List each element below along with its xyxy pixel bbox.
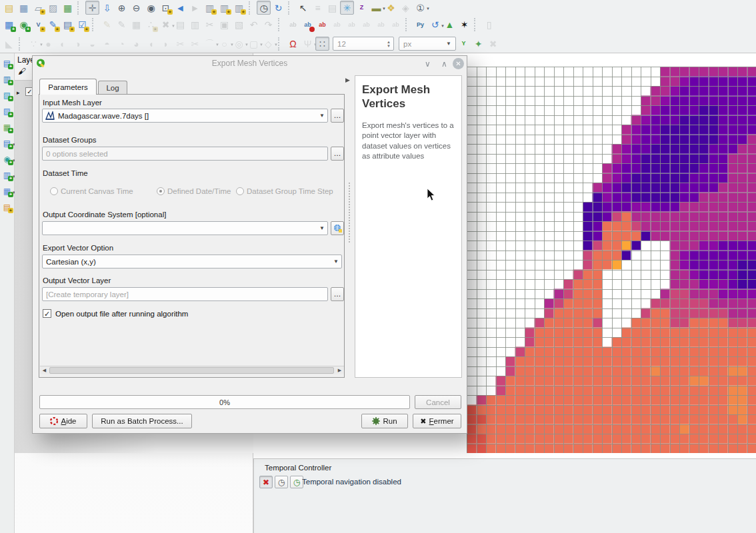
new-print-layout-icon[interactable]: ▱★ — [31, 1, 45, 15]
temporal-disabled-button[interactable]: ✖ — [259, 476, 273, 488]
radio-icon[interactable] — [236, 187, 244, 195]
add-wfs-layer-icon[interactable]: ▦+▼ — [1, 185, 13, 197]
dataset-groups-field[interactable]: 0 options selected — [42, 147, 328, 161]
style-brush-icon[interactable]: 🖌 — [18, 67, 26, 76]
panel-splitter[interactable] — [349, 183, 350, 243]
new-temporary-scratch-icon[interactable]: ✎★ — [46, 18, 60, 32]
layer-expander-icon[interactable]: ▸ — [17, 89, 20, 96]
add-mesh-layer-icon[interactable]: ▨+ — [1, 105, 13, 117]
add-spatialite-layer-icon[interactable]: ◉+▼ — [1, 153, 13, 165]
dialog-titlebar[interactable]: Export Mesh Vertices ∨ ∧ ✕ — [33, 56, 467, 71]
new-virtual-layer-icon[interactable]: V★ — [31, 18, 45, 32]
temporal-animated-button[interactable]: ◷ — [290, 476, 303, 488]
add-postgis-layer-icon[interactable]: ▤+▼ — [1, 137, 13, 149]
horizontal-scrollbar[interactable]: ◀ ▶ — [40, 366, 344, 374]
add-vector-layer-icon[interactable]: ▥+ — [1, 73, 13, 85]
temporal-controller-buttons: ✖◷◷ — [259, 476, 303, 488]
radio-icon[interactable] — [157, 187, 165, 195]
add-delimited-text-icon[interactable]: ▦+ — [1, 121, 13, 133]
new-shapefile-icon[interactable]: ▦+ — [2, 18, 16, 32]
new-geopackage-icon[interactable]: ◉+ — [17, 18, 31, 32]
run-button[interactable]: Run — [361, 414, 408, 428]
dataset-groups-browse-button[interactable]: … — [331, 147, 344, 161]
scrollbar-thumb[interactable] — [49, 367, 334, 374]
tab-parameters[interactable]: Parameters — [39, 79, 97, 95]
window-shade-icon[interactable]: ∨ — [425, 59, 431, 69]
temporal-fixed-range-button[interactable]: ◷ — [275, 476, 288, 488]
annotation-icon[interactable]: ①▼ — [413, 1, 427, 15]
parameters-panel: Input Mesh Layer Madagascar.wave.7days [… — [39, 94, 345, 378]
tracing-icon[interactable]: Y — [457, 37, 471, 51]
bug-report-icon[interactable]: ✶ — [457, 18, 471, 32]
open-output-checkbox-row[interactable]: ✓ Open output file after running algorit… — [43, 309, 188, 318]
snap-on-intersection-icon[interactable]: ✦ — [471, 37, 485, 51]
magnifier-z-icon[interactable]: Z — [355, 1, 369, 15]
zoom-out-icon[interactable]: ⊖ — [129, 1, 143, 15]
snap-mode-icon[interactable]: ∷ — [315, 37, 329, 51]
help-collapse-icon[interactable]: ▶ — [345, 77, 350, 83]
new-3d-map-view-icon[interactable]: ▥★ — [217, 1, 231, 15]
pan-to-selection-icon[interactable]: ⇩ — [100, 1, 114, 15]
output-vector-layer-browse-button[interactable]: … — [331, 287, 344, 301]
zoom-full-icon[interactable]: ⊡★ — [159, 1, 173, 15]
scale-calc-icon: ◣ — [2, 37, 16, 51]
output-crs-combo[interactable]: ▼ — [42, 221, 328, 235]
add-wms-layer-icon[interactable]: ▥+▼ — [1, 169, 13, 181]
input-mesh-layer-browse-button[interactable]: … — [331, 109, 344, 123]
output-vector-layer-field[interactable]: [Create temporary layer] — [42, 287, 328, 301]
export-mesh-vertices-dialog: Export Mesh Vertices ∨ ∧ ✕ Parameters Lo… — [32, 55, 467, 434]
open-output-checkbox[interactable]: ✓ — [43, 309, 51, 318]
label-rect-icon[interactable]: ab — [315, 18, 329, 32]
radio-current-canvas-time[interactable]: Current Canvas Time — [50, 187, 133, 195]
terrain-sun-icon[interactable]: ▲ — [443, 18, 457, 32]
temporal-controller-icon[interactable]: ◷ — [257, 1, 271, 15]
zoom-in-icon[interactable]: ⊕ — [115, 1, 129, 15]
select-crs-button[interactable] — [331, 221, 344, 235]
trash-icon: ▥ — [188, 18, 202, 32]
python-console-icon[interactable]: Py — [413, 18, 427, 32]
new-layer-icon[interactable]: ▤★ — [1, 201, 13, 213]
datasource-manager-icon[interactable]: ▤+ — [1, 57, 13, 69]
radio-defined-date-time[interactable]: Defined Date/Time — [157, 187, 231, 195]
output-crs-label: Output Coordinate System [optional] — [43, 211, 166, 219]
tab-log[interactable]: Log — [98, 81, 127, 95]
new-map-view-icon[interactable]: ▥★ — [203, 1, 217, 15]
toolbar-row-1: ▤▦▱★▨▦✛⇩⊕⊖◉⊡★◄►▥★▥★▥★◷↻↖≡▤✳Z▬▼❖◈①▼ — [0, 0, 427, 15]
pan-map-icon[interactable]: ✛ — [85, 1, 99, 15]
snap-units-select[interactable]: px▼ — [399, 37, 456, 51]
cancel-button[interactable]: Cancel — [415, 395, 461, 409]
fill-ring-icon: ◔ — [115, 37, 129, 51]
snap-tolerance-input[interactable]: 12▲▼ — [333, 37, 394, 51]
scroll-left-icon[interactable]: ◀ — [40, 366, 49, 374]
map-tips-icon[interactable]: ❖ — [384, 1, 398, 15]
radio-icon[interactable] — [50, 187, 58, 195]
close-dialog-button[interactable]: ✖ Fermer — [413, 414, 461, 428]
run-as-batch-button[interactable]: Run as Batch Process... — [92, 414, 192, 428]
label-pin-icon[interactable]: ab — [301, 18, 315, 32]
new-mesh-layer-icon[interactable]: ☑★ — [75, 18, 89, 32]
add-raster-layer-icon[interactable]: ▧+ — [1, 89, 13, 101]
zoom-last-icon[interactable]: ◄ — [173, 1, 187, 15]
new-memory-layer-icon[interactable]: ▤★ — [61, 18, 75, 32]
refresh-map-icon[interactable]: ↻ — [271, 1, 285, 15]
input-mesh-layer-combo[interactable]: Madagascar.wave.7days [] ▼ — [42, 109, 328, 123]
layout-manager-icon[interactable]: ▨ — [46, 1, 60, 15]
identify-features-icon[interactable]: ↖ — [296, 1, 310, 15]
help-button[interactable]: Aide — [39, 414, 87, 428]
style-manager-icon[interactable]: ▦ — [61, 1, 75, 15]
save-project-icon[interactable]: ▦ — [17, 1, 31, 15]
export-vector-option-combo[interactable]: Cartesian (x,y) ▼ — [42, 255, 342, 268]
dock-map-view-icon[interactable]: ▥★ — [232, 1, 246, 15]
snapping-magnet-icon[interactable]: Ω — [286, 37, 300, 51]
window-unshade-icon[interactable]: ∧ — [441, 59, 447, 69]
measure-icon[interactable]: ▬▼ — [369, 1, 383, 15]
star-badge-icon: ★ — [69, 27, 75, 32]
window-close-button[interactable]: ✕ — [453, 58, 464, 69]
toolbar-separator — [278, 37, 283, 51]
freeze-view-icon[interactable]: ✳ — [340, 1, 354, 15]
radio-dataset-group-time-step[interactable]: Dataset Group Time Step — [236, 187, 333, 195]
open-project-icon[interactable]: ▤ — [2, 1, 16, 15]
processing-history-icon[interactable]: ↺▼ — [428, 18, 442, 32]
scroll-right-icon[interactable]: ▶ — [335, 366, 344, 374]
zoom-native-icon[interactable]: ◉ — [144, 1, 158, 15]
